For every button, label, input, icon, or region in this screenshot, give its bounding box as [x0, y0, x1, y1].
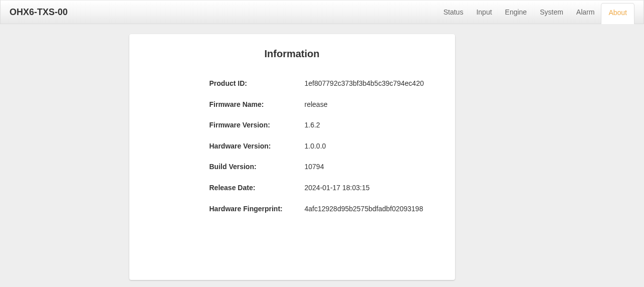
label-product-id: Product ID: — [209, 79, 305, 89]
app-logo: OHX6-TXS-00 — [10, 7, 68, 18]
tab-about[interactable]: About — [601, 3, 634, 24]
label-release-date: Release Date: — [209, 183, 305, 193]
info-row-hardware-version: Hardware Version: 1.0.0.0 — [209, 141, 435, 152]
tab-engine[interactable]: Engine — [499, 3, 534, 24]
label-build-version: Build Version: — [209, 162, 305, 172]
info-list: Product ID: 1ef807792c373bf3b4b5c39c794e… — [129, 79, 455, 214]
value-firmware-version: 1.6.2 — [305, 120, 320, 130]
value-hardware-fingerprint: 4afc12928d95b2575bdfadbf02093198 — [305, 204, 423, 214]
tab-alarm[interactable]: Alarm — [570, 3, 601, 24]
value-build-version: 10794 — [305, 162, 324, 172]
label-firmware-version: Firmware Version: — [209, 120, 305, 130]
value-hardware-version: 1.0.0.0 — [305, 141, 326, 152]
info-row-release-date: Release Date: 2024-01-17 18:03:15 — [209, 183, 435, 193]
information-card: Information Product ID: 1ef807792c373bf3… — [129, 34, 455, 280]
value-product-id: 1ef807792c373bf3b4b5c39c794ec420 — [305, 79, 424, 89]
info-row-firmware-version: Firmware Version: 1.6.2 — [209, 120, 435, 130]
label-hardware-fingerprint: Hardware Fingerprint: — [209, 204, 305, 214]
value-release-date: 2024-01-17 18:03:15 — [305, 183, 370, 193]
info-row-build-version: Build Version: 10794 — [209, 162, 435, 172]
tab-input[interactable]: Input — [470, 3, 498, 24]
tab-status[interactable]: Status — [437, 3, 470, 24]
label-hardware-version: Hardware Version: — [209, 141, 305, 152]
main-container: Information Product ID: 1ef807792c373bf3… — [0, 24, 644, 280]
nav-tabs: Status Input Engine System Alarm About — [437, 1, 634, 24]
label-firmware-name: Firmware Name: — [209, 100, 305, 110]
card-title: Information — [129, 48, 455, 60]
info-row-hardware-fingerprint: Hardware Fingerprint: 4afc12928d95b2575b… — [209, 204, 435, 214]
info-row-firmware-name: Firmware Name: release — [209, 100, 435, 110]
info-row-product-id: Product ID: 1ef807792c373bf3b4b5c39c794e… — [209, 79, 435, 89]
tab-system[interactable]: System — [533, 3, 570, 24]
app-header: OHX6-TXS-00 Status Input Engine System A… — [0, 0, 644, 24]
value-firmware-name: release — [305, 100, 328, 110]
